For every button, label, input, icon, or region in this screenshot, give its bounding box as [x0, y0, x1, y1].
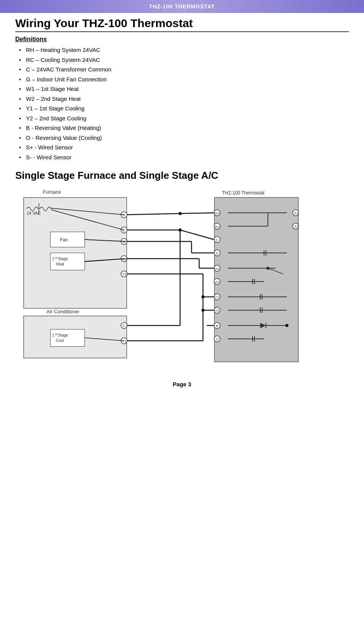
svg-text:Y1: Y1	[122, 339, 126, 343]
list-item: O - Reversing Value (Cooling)	[19, 133, 349, 143]
svg-point-82	[179, 212, 182, 215]
svg-text:st: st	[55, 256, 58, 259]
svg-rect-11	[50, 253, 85, 270]
svg-text:THZ-100 Thermostat: THZ-100 Thermostat	[222, 190, 265, 196]
svg-text:Fan: Fan	[60, 237, 68, 243]
list-item: Y2 – 2nd Stage Cooling	[19, 113, 349, 123]
list-item: B - Reversing Valve (Heating)	[19, 123, 349, 133]
svg-text:W1: W1	[215, 267, 220, 270]
furnace-label: Furnace	[43, 189, 61, 195]
list-item: C – 24VAC Transformer Common	[19, 65, 349, 74]
svg-text:Stage: Stage	[58, 257, 68, 261]
page-number: Page 3	[15, 381, 349, 395]
definitions-heading: Definitions	[15, 36, 349, 43]
list-item: Y1 – 1st Stage Cooling	[19, 104, 349, 113]
svg-text:Y1: Y1	[122, 272, 126, 276]
svg-text:Y1: Y1	[215, 295, 219, 299]
header-title: THZ-100 Thermostat	[149, 3, 215, 10]
svg-rect-24	[50, 329, 85, 347]
svg-text:RC: RC	[215, 225, 219, 228]
list-item: RC – Cooling System 24VAC	[19, 55, 349, 65]
svg-text:st: st	[55, 332, 58, 336]
svg-point-103	[201, 309, 205, 312]
svg-point-105	[285, 324, 288, 327]
list-item: W1 – 1st Stage Heat	[19, 84, 349, 94]
svg-text:C: C	[216, 238, 218, 242]
svg-text:Heat: Heat	[56, 262, 64, 266]
list-item: RH – Heating System 24VAC	[19, 45, 349, 55]
svg-text:1: 1	[52, 257, 55, 261]
definitions-section: Definitions RH – Heating System 24VAC RC…	[15, 36, 349, 162]
wiring-diagram: Furnace 24 VAC R C Fan G 1 st	[15, 186, 349, 366]
svg-text:B: B	[216, 324, 218, 328]
svg-text:G: G	[122, 240, 125, 244]
svg-text:RH: RH	[215, 212, 219, 215]
svg-rect-31	[214, 198, 298, 362]
svg-line-81	[127, 213, 214, 215]
svg-line-87	[180, 230, 214, 240]
svg-text:1: 1	[52, 333, 55, 337]
svg-text:Cool: Cool	[56, 338, 64, 343]
svg-text:W2: W2	[215, 280, 220, 284]
page-header: THZ-100 Thermostat	[0, 0, 364, 13]
section-title: Single Stage Furnace and Single Stage A/…	[15, 170, 349, 181]
svg-text:O: O	[216, 337, 219, 341]
svg-text:Air Conditioner: Air Conditioner	[47, 309, 80, 314]
svg-text:C: C	[122, 228, 125, 232]
list-item: G – Indoor Unit Fan Connection	[19, 74, 349, 84]
svg-text:Stage: Stage	[58, 333, 68, 337]
definitions-list: RH – Heating System 24VAC RC – Cooling S…	[19, 45, 349, 162]
svg-text:R: R	[122, 213, 125, 217]
list-item: S+ - Wired Sensor	[19, 143, 349, 152]
svg-text:G: G	[216, 251, 218, 255]
list-item: S- - Wired Sensor	[19, 152, 349, 162]
svg-text:Y2: Y2	[215, 309, 219, 313]
svg-text:S2: S2	[294, 225, 298, 228]
list-item: W2 – 2nd Stage Heat	[19, 94, 349, 104]
svg-text:S1: S1	[294, 211, 298, 215]
main-title: Wiring Your THZ-100 Thermostat	[15, 17, 349, 32]
svg-text:C: C	[122, 324, 125, 328]
